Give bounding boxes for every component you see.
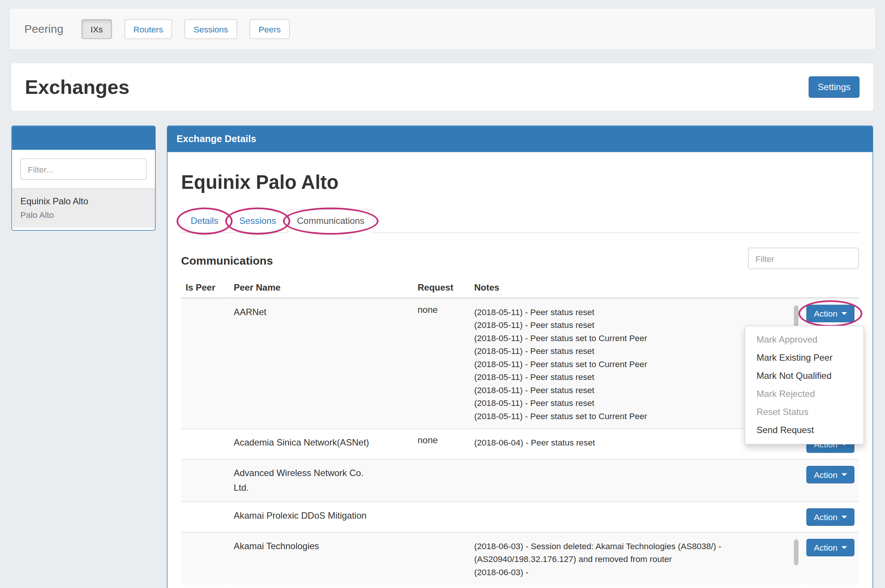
exchange-filter-input[interactable]	[20, 158, 147, 180]
note-line: (2018-05-11) - Peer status reset	[474, 305, 797, 318]
is-peer-cell	[181, 298, 229, 429]
action-cell: Action	[802, 459, 859, 502]
col-header-request: Request	[413, 278, 470, 298]
menu-item-mark-not-qualified[interactable]: Mark Not Qualified	[745, 367, 864, 385]
exchange-details-body: Equinix Palo Alto Details Sessions	[167, 152, 873, 588]
exchange-city: Palo Alto	[20, 210, 147, 220]
app-root: Peering IXs Routers Sessions Peers Excha…	[0, 0, 885, 588]
exchange-details-panel: Exchange Details Equinix Palo Alto Detai…	[167, 126, 873, 588]
action-cell: Action	[802, 502, 859, 532]
exchange-list-panel-body	[12, 150, 155, 188]
peer-name: Advanced Wireless Network Co. Ltd.	[234, 466, 381, 495]
action-cell: Action	[802, 532, 859, 585]
nav-item-routers[interactable]: Routers	[124, 19, 172, 39]
nav-item-peers[interactable]: Peers	[250, 19, 290, 39]
action-button[interactable]: Action	[807, 466, 854, 484]
peer-name: Akamai Prolexic DDoS Mitigation	[234, 508, 381, 523]
communications-filter-input[interactable]	[748, 248, 859, 269]
col-header-actions	[802, 278, 859, 298]
exchange-list-item[interactable]: Equinix Palo Alto Palo Alto	[12, 188, 155, 228]
tab-communications-label: Communications	[297, 216, 364, 226]
peer-name: Akamai Technologies	[234, 539, 381, 554]
tab-sessions[interactable]: Sessions	[230, 209, 286, 233]
nav-item-ixs[interactable]: IXs	[81, 19, 112, 39]
col-header-notes: Notes	[470, 278, 802, 298]
notes-cell	[470, 502, 802, 532]
menu-item-reset-status[interactable]: Reset Status	[745, 403, 864, 421]
notes-scrollbar-thumb[interactable]	[794, 539, 799, 565]
tab-communications[interactable]: Communications	[287, 209, 374, 233]
caret-down-icon	[842, 516, 847, 519]
notes-cell	[470, 459, 802, 502]
note-line: (2018-06-03) -	[474, 565, 797, 579]
table-row: Akamai Technologies (2018-06-03) - Sessi…	[181, 532, 859, 585]
peer-name-cell: Akamai Technologies	[229, 532, 413, 585]
is-peer-cell	[181, 429, 229, 459]
exchange-list-panel: Equinix Palo Alto Palo Alto	[11, 126, 156, 231]
content-row: Equinix Palo Alto Palo Alto Exchange Det…	[11, 126, 873, 588]
is-peer-cell	[181, 459, 229, 502]
page-title: Exchanges	[25, 76, 129, 98]
exchange-list-panel-header	[12, 126, 155, 150]
communications-section-header: Communications	[181, 248, 859, 269]
exchange-title: Equinix Palo Alto	[181, 172, 859, 194]
request-cell: none	[413, 429, 470, 459]
action-button-label: Action	[814, 512, 837, 522]
exchange-details-header: Exchange Details	[167, 126, 873, 152]
brand-title: Peering	[25, 22, 63, 35]
menu-item-mark-existing-peer[interactable]: Mark Existing Peer	[745, 349, 864, 367]
notes-cell: (2018-06-03) - Session deleted: Akamai T…	[470, 532, 802, 585]
communications-table: Is Peer Peer Name Request Notes	[181, 278, 859, 585]
action-button-label: Action	[814, 309, 837, 318]
table-row: AARNet none (2018-05-11) - Peer status r…	[181, 298, 859, 429]
peer-name-cell: Advanced Wireless Network Co. Ltd.	[229, 459, 413, 502]
action-button-label: Action	[814, 470, 837, 480]
main-container: Exchanges Settings Equinix Palo Alto Pal…	[11, 63, 873, 588]
request-cell	[413, 459, 470, 502]
tab-sessions-label: Sessions	[239, 216, 276, 226]
peer-name: Academia Sinica Network(ASNet)	[234, 435, 381, 450]
settings-button[interactable]: Settings	[809, 77, 860, 98]
menu-item-send-request[interactable]: Send Request	[745, 421, 864, 439]
tab-details[interactable]: Details	[181, 209, 228, 233]
menu-item-mark-rejected[interactable]: Mark Rejected	[745, 385, 864, 403]
caret-down-icon	[842, 473, 847, 476]
col-header-is-peer: Is Peer	[181, 278, 229, 298]
action-button[interactable]: Action	[807, 508, 854, 526]
top-navbar: Peering IXs Routers Sessions Peers	[9, 8, 876, 50]
peer-name-cell: Akamai Prolexic DDoS Mitigation	[229, 502, 413, 532]
communications-title: Communications	[181, 254, 273, 268]
request-cell	[413, 502, 470, 532]
is-peer-cell	[181, 502, 229, 532]
caret-down-icon	[842, 312, 847, 315]
table-header-row: Is Peer Peer Name Request Notes	[181, 278, 859, 298]
peer-name-cell: AARNet	[229, 298, 413, 429]
action-dropdown-menu: Mark Approved Mark Existing Peer Mark No…	[745, 326, 864, 444]
request-cell	[413, 532, 470, 585]
exchange-name: Equinix Palo Alto	[20, 196, 147, 207]
is-peer-cell	[181, 532, 229, 585]
notes-list: (2018-06-03) - Session deleted: Akamai T…	[474, 539, 797, 579]
tab-details-label: Details	[191, 216, 218, 226]
peer-name-cell: Academia Sinica Network(ASNet)	[229, 429, 413, 459]
request-cell: none	[413, 298, 470, 429]
menu-item-mark-approved[interactable]: Mark Approved	[745, 331, 864, 349]
table-row: Akamai Prolexic DDoS Mitigation Action	[181, 502, 859, 532]
page-header-panel: Exchanges Settings	[11, 63, 873, 111]
action-button[interactable]: Action	[807, 539, 854, 557]
nav-item-sessions[interactable]: Sessions	[184, 19, 237, 39]
detail-tabs: Details Sessions Communications	[181, 209, 859, 233]
note-line: (2018-06-03) - Session deleted: Akamai T…	[474, 539, 797, 565]
col-header-peer-name: Peer Name	[229, 278, 413, 298]
action-cell: Action Mark Approved Mark Existing Peer …	[802, 298, 859, 429]
peer-name: AARNet	[234, 305, 381, 320]
caret-down-icon	[842, 546, 847, 549]
action-button[interactable]: Action	[807, 305, 854, 323]
action-button-label: Action	[814, 543, 837, 553]
table-row: Advanced Wireless Network Co. Ltd. Actio…	[181, 459, 859, 502]
